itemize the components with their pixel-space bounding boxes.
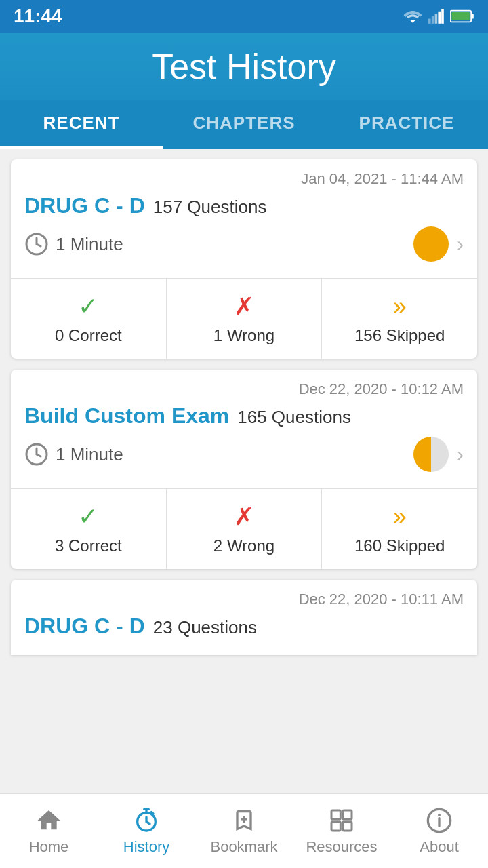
status-icons — [403, 9, 474, 24]
card-score-row-1: › — [413, 226, 464, 262]
tab-recent[interactable]: RECENT — [0, 100, 163, 149]
bookmark-icon — [230, 807, 258, 834]
card-title-2: Build Custom Exam — [24, 403, 229, 429]
svg-rect-7 — [451, 12, 469, 20]
cross-icon-2: ✗ — [172, 502, 317, 531]
card-date-2: Dec 22, 2020 - 10:12 AM — [299, 380, 464, 397]
nav-about[interactable]: About — [390, 794, 488, 868]
page-title: Test History — [0, 46, 488, 100]
header: Test History RECENT CHAPTERS PRACTICE — [0, 33, 488, 149]
nav-resources-label: Resources — [306, 838, 377, 856]
tab-practice[interactable]: PRACTICE — [325, 100, 488, 149]
stat-correct-1: ✓ 0 Correct — [11, 279, 167, 359]
score-circle-1 — [413, 226, 449, 262]
svg-rect-1 — [432, 16, 434, 24]
resources-icon — [328, 807, 355, 834]
stat-correct-2: ✓ 3 Correct — [11, 489, 167, 569]
wifi-icon — [403, 9, 423, 24]
about-icon — [426, 807, 453, 834]
card-time-1: 1 Minute — [24, 232, 123, 256]
svg-rect-15 — [331, 821, 340, 830]
test-history-card-3[interactable]: Dec 22, 2020 - 10:11 AM DRUG C - D 23 Qu… — [11, 580, 477, 655]
cross-icon-1: ✗ — [172, 292, 317, 321]
svg-rect-0 — [428, 19, 431, 24]
stat-wrong-label-1: 1 Wrong — [172, 326, 317, 345]
card-header-3: Dec 22, 2020 - 10:11 AM — [11, 580, 477, 611]
card-time-text-1: 1 Minute — [56, 234, 123, 255]
card-time-text-2: 1 Minute — [56, 444, 123, 465]
nav-bookmark[interactable]: Bookmark — [195, 794, 293, 868]
card-title-3: DRUG C - D — [24, 614, 145, 639]
stats-row-1: ✓ 0 Correct ✗ 1 Wrong » 156 Skipped — [11, 278, 477, 359]
card-title-row-3: DRUG C - D 23 Questions — [24, 614, 464, 639]
score-circle-2 — [413, 437, 449, 472]
stats-row-2: ✓ 3 Correct ✗ 2 Wrong » 160 Skipped — [11, 488, 477, 569]
svg-rect-3 — [438, 12, 441, 24]
battery-icon — [450, 9, 474, 24]
checkmark-icon-1: ✓ — [16, 292, 161, 321]
card-body-2: Build Custom Exam 165 Questions 1 Minute… — [11, 401, 477, 488]
card-questions-3: 23 Questions — [153, 617, 257, 638]
card-questions-2: 165 Questions — [237, 407, 351, 428]
checkmark-icon-2: ✓ — [16, 502, 161, 531]
test-history-card-1[interactable]: Jan 04, 2021 - 11:44 AM DRUG C - D 157 Q… — [11, 159, 477, 359]
svg-rect-4 — [441, 9, 444, 24]
card-time-2: 1 Minute — [24, 442, 123, 467]
tabs-container: RECENT CHAPTERS PRACTICE — [0, 100, 488, 149]
bottom-nav: Home History Bookmark Resources — [0, 793, 488, 868]
nav-bookmark-label: Bookmark — [210, 838, 277, 856]
stat-skipped-label-1: 156 Skipped — [327, 326, 472, 345]
svg-rect-13 — [331, 810, 340, 819]
card-title-row-1: DRUG C - D 157 Questions — [24, 193, 464, 218]
stat-skipped-2: » 160 Skipped — [322, 489, 477, 569]
tab-chapters[interactable]: CHAPTERS — [163, 100, 325, 149]
status-bar: 11:44 — [0, 0, 488, 33]
card-info-row-1: 1 Minute › — [24, 226, 464, 262]
card-date-1: Jan 04, 2021 - 11:44 AM — [301, 170, 464, 187]
card-info-row-2: 1 Minute › — [24, 437, 464, 472]
signal-icon — [428, 9, 445, 24]
test-history-card-2[interactable]: Dec 22, 2020 - 10:12 AM Build Custom Exa… — [11, 370, 477, 569]
stat-correct-label-1: 0 Correct — [16, 326, 161, 345]
nav-history-label: History — [123, 838, 169, 856]
svg-rect-2 — [435, 14, 438, 23]
clock-icon-2 — [24, 442, 49, 467]
card-score-row-2: › — [413, 437, 464, 472]
nav-home[interactable]: Home — [0, 794, 98, 868]
stat-correct-label-2: 3 Correct — [16, 536, 161, 555]
content: Jan 04, 2021 - 11:44 AM DRUG C - D 157 Q… — [0, 149, 488, 747]
stat-skipped-1: » 156 Skipped — [322, 279, 477, 359]
card-body-3: DRUG C - D 23 Questions — [11, 611, 477, 655]
card-arrow-1: › — [457, 233, 464, 256]
card-arrow-2: › — [457, 443, 464, 466]
nav-about-label: About — [420, 838, 459, 856]
svg-point-19 — [438, 813, 441, 816]
card-title-row-2: Build Custom Exam 165 Questions — [24, 403, 464, 429]
svg-rect-14 — [343, 810, 352, 819]
home-icon — [35, 807, 62, 834]
stat-wrong-2: ✗ 2 Wrong — [167, 489, 323, 569]
clock-icon-1 — [24, 232, 49, 256]
history-icon — [133, 807, 160, 834]
svg-rect-6 — [471, 14, 474, 18]
card-title-1: DRUG C - D — [24, 193, 145, 218]
card-body-1: DRUG C - D 157 Questions 1 Minute — [11, 191, 477, 278]
skip-icon-1: » — [327, 292, 472, 321]
svg-rect-16 — [343, 821, 352, 830]
card-header-1: Jan 04, 2021 - 11:44 AM — [11, 159, 477, 191]
card-questions-1: 157 Questions — [153, 197, 267, 218]
card-date-3: Dec 22, 2020 - 10:11 AM — [299, 591, 464, 608]
status-time: 11:44 — [14, 5, 62, 27]
stat-wrong-1: ✗ 1 Wrong — [167, 279, 323, 359]
stat-skipped-label-2: 160 Skipped — [327, 536, 472, 555]
nav-history[interactable]: History — [98, 794, 195, 868]
nav-resources[interactable]: Resources — [293, 794, 390, 868]
stat-wrong-label-2: 2 Wrong — [172, 536, 317, 555]
card-header-2: Dec 22, 2020 - 10:12 AM — [11, 370, 477, 401]
skip-icon-2: » — [327, 502, 472, 531]
nav-home-label: Home — [29, 838, 69, 856]
